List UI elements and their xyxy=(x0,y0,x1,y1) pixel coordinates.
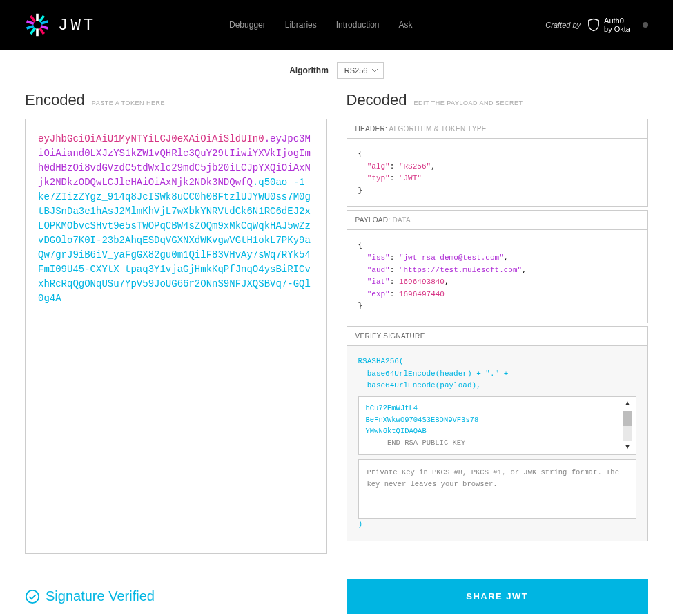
svg-rect-0 xyxy=(36,14,39,21)
sig-line1: base64UrlEncode(header) + "." + xyxy=(367,369,509,378)
pubkey-line-3: -----END RSA PUBLIC KEY--- xyxy=(366,437,617,449)
share-jwt-button[interactable]: SHARE JWT xyxy=(347,579,649,614)
main-columns: Encoded PASTE A TOKEN HERE eyJhbGciOiAiU… xyxy=(0,91,673,570)
header-section-label: HEADER: xyxy=(355,125,388,133)
decoded-title: Decoded EDIT THE PAYLOAD AND SECRET xyxy=(347,91,649,109)
payload-section-label: PAYLOAD: xyxy=(355,216,391,224)
auth0-text: Auth0 by Okta xyxy=(604,17,630,33)
encoded-token-box[interactable]: eyJhbGciOiAiU1MyNTYiLCJ0eXAiOiAiSldUIn0.… xyxy=(25,119,327,554)
sig-algo-fn: RSASHA256( xyxy=(358,356,637,368)
logo[interactable]: JWT xyxy=(25,12,96,37)
typ-key: "typ" xyxy=(367,174,390,182)
algorithm-label: Algorithm xyxy=(289,66,329,75)
top-header: JWT Debugger Libraries Introduction Ask … xyxy=(0,0,673,50)
svg-rect-1 xyxy=(36,28,39,36)
aud-key: "aud" xyxy=(367,266,390,274)
scroll-up-icon[interactable]: ▲ xyxy=(621,398,634,410)
alg-val: "RS256" xyxy=(399,162,431,171)
jwt-signature-segment: .q50ao_-1_ke7ZIizZYgz_914q8JcISWk8uCC0h0… xyxy=(38,177,311,304)
typ-val: "JWT" xyxy=(399,174,422,182)
scroll-track[interactable] xyxy=(623,411,632,441)
pubkey-line-1: BeFnXWkwO9704S3EBON9VF3s78 xyxy=(366,414,617,426)
exp-val: 1696497440 xyxy=(399,290,445,298)
pubkey-line-0: hCu72EmWJtL4 xyxy=(366,403,617,414)
decoded-title-text: Decoded xyxy=(347,91,407,109)
algorithm-row: Algorithm RS256 xyxy=(0,50,673,91)
signature-section: VERIFY SIGNATURE RSASHA256( base64UrlEnc… xyxy=(347,326,649,541)
header-section-body[interactable]: { "alg": "RS256", "typ": "JWT" } xyxy=(347,139,648,206)
scroll-thumb[interactable] xyxy=(623,411,632,426)
jwt-header-segment: eyJhbGciOiAiU1MyNTYiLCJ0eXAiOiAiSldUIn0 xyxy=(38,133,264,144)
signature-status: Signature Verified xyxy=(25,588,327,604)
nav-ask[interactable]: Ask xyxy=(399,20,413,30)
pubkey-line-2: YMwN6ktQIDAQAB xyxy=(366,425,617,437)
aud-val: "https://test.mulesoft.com" xyxy=(399,266,522,274)
exp-key: "exp" xyxy=(367,290,390,298)
sig-close-paren: ) xyxy=(358,519,637,531)
iat-val: 1696493840 xyxy=(399,278,445,286)
public-key-scrollbar[interactable]: ▲ ▼ xyxy=(621,398,634,453)
auth0-line2: by Okta xyxy=(604,25,630,33)
public-key-box[interactable]: hCu72EmWJtL4 BeFnXWkwO9704S3EBON9VF3s78 … xyxy=(358,396,637,455)
payload-section-sublabel: DATA xyxy=(393,216,411,224)
encoded-column: Encoded PASTE A TOKEN HERE eyJhbGciOiAiU… xyxy=(25,91,327,554)
payload-section-title: PAYLOAD: DATA xyxy=(347,211,648,230)
encoded-subtitle: PASTE A TOKEN HERE xyxy=(92,99,165,106)
header-dot-icon xyxy=(643,22,648,28)
iss-key: "iss" xyxy=(367,253,390,262)
check-circle-icon xyxy=(25,589,40,604)
jwt-logo-icon xyxy=(25,12,50,37)
signature-section-body: RSASHA256( base64UrlEncode(header) + "."… xyxy=(347,346,648,541)
nav-debugger[interactable]: Debugger xyxy=(229,20,266,30)
algorithm-select[interactable]: RS256 xyxy=(337,62,384,79)
signature-section-title: VERIFY SIGNATURE xyxy=(347,327,648,346)
iat-key: "iat" xyxy=(367,278,390,286)
svg-point-10 xyxy=(26,590,39,602)
status-row: Signature Verified SHARE JWT xyxy=(0,570,673,616)
auth0-line1: Auth0 xyxy=(604,17,630,25)
auth0-shield-icon xyxy=(587,18,600,32)
auth0-logo[interactable]: Auth0 by Okta xyxy=(587,17,630,33)
sig-line2: base64UrlEncode(payload), xyxy=(367,381,481,389)
header-section: HEADER: ALGORITHM & TOKEN TYPE { "alg": … xyxy=(347,119,649,207)
crafted-by: Crafted by Auth0 by Okta xyxy=(545,17,648,33)
public-key-content: hCu72EmWJtL4 BeFnXWkwO9704S3EBON9VF3s78 … xyxy=(359,397,636,454)
decoded-subtitle: EDIT THE PAYLOAD AND SECRET xyxy=(414,99,523,106)
main-nav: Debugger Libraries Introduction Ask xyxy=(229,20,412,30)
header-section-title: HEADER: ALGORITHM & TOKEN TYPE xyxy=(347,119,648,139)
nav-libraries[interactable]: Libraries xyxy=(285,20,317,30)
payload-section-body[interactable]: { "iss": "jwt-rsa-demo@test.com", "aud":… xyxy=(347,230,648,323)
encoded-title: Encoded PASTE A TOKEN HERE xyxy=(25,91,327,109)
nav-introduction[interactable]: Introduction xyxy=(336,20,380,30)
alg-key: "alg" xyxy=(367,162,390,171)
iss-val: "jwt-rsa-demo@test.com" xyxy=(399,253,504,262)
decoded-column: Decoded EDIT THE PAYLOAD AND SECRET HEAD… xyxy=(347,91,649,554)
private-key-box[interactable]: Private Key in PKCS #8, PKCS #1, or JWK … xyxy=(358,459,637,519)
scroll-down-icon[interactable]: ▼ xyxy=(621,442,634,453)
crafted-by-label: Crafted by xyxy=(545,21,581,29)
header-section-sublabel: ALGORITHM & TOKEN TYPE xyxy=(389,125,487,133)
logo-text: JWT xyxy=(58,16,96,35)
signature-verified-text: Signature Verified xyxy=(46,588,155,604)
payload-section: PAYLOAD: DATA { "iss": "jwt-rsa-demo@tes… xyxy=(347,210,649,323)
encoded-title-text: Encoded xyxy=(25,91,85,109)
signature-section-label: VERIFY SIGNATURE xyxy=(355,332,425,340)
